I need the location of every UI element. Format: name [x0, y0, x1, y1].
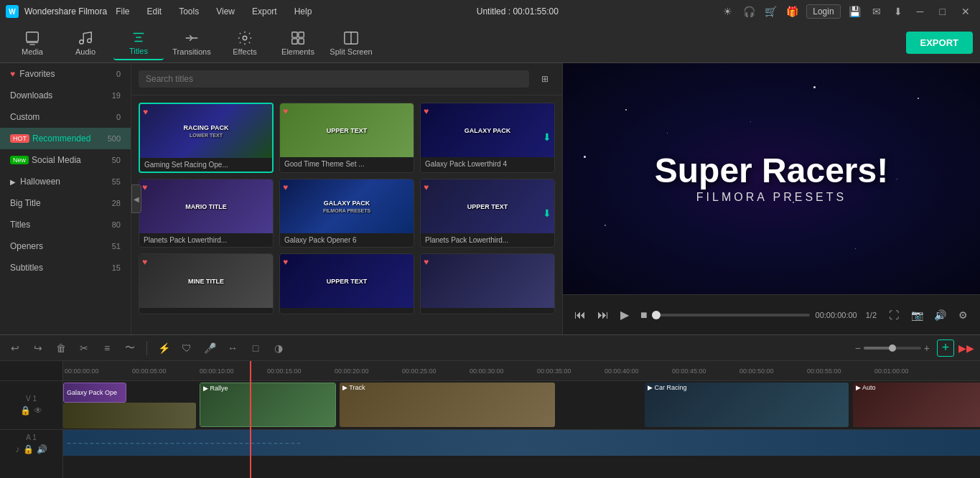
mic-button[interactable]: 🎤 [200, 339, 219, 357]
playhead-marker[interactable] [250, 361, 251, 380]
track-icons-a1: ♪ 🔒 🔊 [16, 444, 47, 454]
zoom-in-button[interactable]: + [924, 342, 930, 354]
cut-button[interactable]: ✂ [75, 339, 93, 357]
volume-icon-a[interactable]: 🔊 [37, 444, 47, 454]
waveform-button[interactable]: 〜 [121, 339, 139, 357]
title-card-row3a[interactable]: MINE TITLE ♥ [139, 253, 274, 314]
ruler-tick-1: 00:00:05:00 [132, 367, 167, 375]
close-button[interactable]: ✕ [957, 6, 974, 17]
progress-thumb[interactable] [652, 311, 661, 319]
zoom-thumb[interactable] [889, 345, 896, 352]
title-card-row3b[interactable]: UPPER TEXT ♥ [279, 253, 414, 314]
sidebar-item-recommended[interactable]: HOT Recommended 500 [0, 128, 131, 149]
title-bar-title: Untitled : 00:01:55:00 [477, 6, 559, 17]
toolbar-media[interactable]: Media [7, 26, 57, 60]
menu-help[interactable]: Help [291, 5, 315, 18]
play-button[interactable]: ▶ [617, 305, 632, 324]
clip-galaxy-pack-title[interactable]: Galaxy Pack Ope [63, 383, 126, 403]
search-input[interactable] [139, 70, 529, 88]
split-button[interactable]: ↔ [223, 339, 242, 357]
stop-button[interactable]: ■ [638, 306, 650, 324]
clip-field[interactable] [63, 403, 196, 428]
shield-button[interactable]: 🛡 [177, 339, 196, 357]
sidebar-halloween-count: 55 [112, 177, 121, 186]
grid-view-button[interactable]: ⊞ [535, 69, 555, 89]
delete-button[interactable]: 🗑 [52, 339, 70, 357]
sidebar-item-openers[interactable]: Openers 51 [0, 235, 131, 257]
title-card-good-time[interactable]: UPPER TEXT ♥ Good Time Theme Set ... [279, 103, 414, 173]
sidebar-item-downloads[interactable]: Downloads 19 [0, 85, 131, 106]
menu-edit[interactable]: Edit [144, 5, 165, 18]
mail-icon[interactable]: ✉ [869, 4, 884, 19]
toolbar-effects[interactable]: Effects [220, 26, 270, 60]
save-icon[interactable]: 💾 [848, 4, 862, 19]
color-button[interactable]: ◑ [269, 339, 288, 357]
progress-bar[interactable] [656, 314, 810, 317]
cart-icon[interactable]: 🛒 [763, 4, 778, 19]
toolbar-elements[interactable]: Elements [273, 26, 323, 60]
toolbar-media-label: Media [22, 47, 43, 56]
menu-bar[interactable]: File Edit Tools View Export Help [113, 5, 314, 18]
lock-icon-a[interactable]: 🔒 [23, 444, 34, 454]
sidebar-item-favorites[interactable]: ♥ Favorites 0 [0, 63, 131, 85]
lightbulb-icon[interactable]: ☀ [720, 4, 734, 19]
login-button[interactable]: Login [806, 4, 840, 19]
export-button[interactable]: EXPORT [906, 32, 973, 54]
title-card-gaming[interactable]: RACING PACKLOWER TEXT ♥ Gaming Set Racin… [139, 103, 274, 173]
menu-export[interactable]: Export [249, 5, 280, 18]
title-card-planets2[interactable]: UPPER TEXT ♥ ⬇ Planets Pack Lowerthird..… [420, 179, 555, 248]
fullscreen-icon[interactable]: ⛶ [885, 306, 902, 324]
settings-icon[interactable]: ⚙ [954, 306, 971, 324]
maximize-button[interactable]: □ [935, 6, 950, 17]
favorite-icon-3: ♥ [424, 106, 429, 116]
title-card-row3c[interactable]: ♥ [420, 253, 555, 314]
sidebar-item-big-title[interactable]: Big Title 28 [0, 192, 131, 214]
snapshot-icon[interactable]: 📷 [908, 306, 925, 324]
menu-file[interactable]: File [113, 5, 132, 18]
clip-auto[interactable]: ▶ Auto [853, 383, 980, 427]
sidebar-item-titles[interactable]: Titles 80 [0, 214, 131, 235]
page-indicator[interactable]: 1/2 [863, 309, 879, 321]
gift-icon[interactable]: 🎁 [785, 4, 799, 19]
menu-tools[interactable]: Tools [176, 5, 202, 18]
add-track-button[interactable]: + [937, 339, 954, 357]
clip-track[interactable]: ▶ Track [340, 383, 555, 427]
undo-button[interactable]: ↩ [6, 339, 24, 357]
menu-view[interactable]: View [213, 5, 238, 18]
toolbar-transitions[interactable]: Transitions [167, 26, 217, 60]
redo-button[interactable]: ↪ [29, 339, 47, 357]
sidebar-item-custom[interactable]: Custom 0 [0, 106, 131, 128]
caption-button[interactable]: □ [246, 339, 265, 357]
clip-rallye[interactable]: ▶ Rallye [200, 383, 336, 427]
toolbar-titles[interactable]: Titles [113, 26, 164, 60]
title-card-planets[interactable]: MARIO TITLE ♥ Planets Pack Lowerthird... [139, 179, 274, 248]
sidebar-bigtitle-count: 28 [112, 199, 121, 207]
preview-subtitle: FILMORA PRESETS [655, 191, 888, 204]
snap-button[interactable]: ⚡ [154, 339, 173, 357]
ruler-tick-10: 00:00:50:00 [739, 367, 774, 375]
minimize-button[interactable]: ─ [913, 6, 928, 17]
download-icon[interactable]: ⬇ [891, 4, 905, 19]
title-card-galaxy-opener[interactable]: GALAXY PACKFILMORA PRESETS ♥ Galaxy Pack… [279, 179, 414, 248]
fast-forward-button[interactable]: ▶▶ [958, 342, 974, 354]
lock-icon[interactable]: 🔒 [20, 406, 31, 416]
sidebar-item-halloween[interactable]: ▶ Halloween 55 [0, 171, 131, 192]
music-icon[interactable]: ♪ [16, 444, 20, 454]
toolbar-split-screen[interactable]: Split Screen [326, 26, 376, 60]
clip-carracing[interactable]: ▶ Car Racing [645, 383, 849, 427]
thumb-row3a: MINE TITLE ♥ [139, 254, 273, 308]
step-back-button[interactable]: ⏮ [571, 306, 589, 324]
hot-badge: HOT [10, 134, 29, 143]
title-card-galaxy4[interactable]: GALAXY PACK ♥ ⬇ Galaxy Pack Lowerthird 4 [420, 103, 555, 173]
sidebar-collapse-button[interactable]: ◀ [131, 184, 141, 213]
sidebar-item-subtitles[interactable]: Subtitles 15 [0, 257, 131, 278]
sidebar-item-social-media[interactable]: New Social Media 50 [0, 149, 131, 171]
audio-settings-button[interactable]: ≡ [98, 339, 116, 357]
zoom-slider[interactable] [864, 347, 921, 350]
frame-back-button[interactable]: ⏭ [594, 306, 612, 324]
headphone-icon[interactable]: 🎧 [742, 4, 756, 19]
volume-icon[interactable]: 🔊 [931, 306, 948, 324]
eye-icon[interactable]: 👁 [34, 406, 42, 416]
toolbar-audio[interactable]: Audio [60, 26, 111, 60]
zoom-out-button[interactable]: − [855, 342, 861, 354]
